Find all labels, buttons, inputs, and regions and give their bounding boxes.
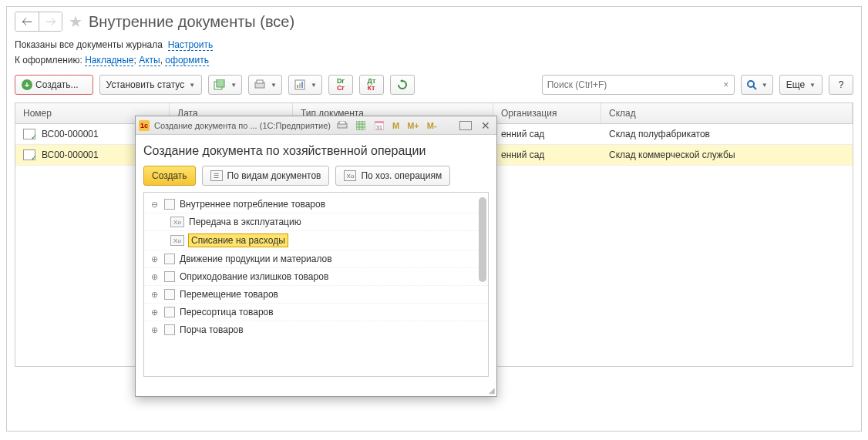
xo-icon: Xo — [344, 170, 356, 181]
document-status-icon — [23, 149, 35, 160]
folder-icon — [164, 199, 175, 210]
svg-rect-18 — [375, 121, 384, 123]
set-status-button[interactable]: Установить статус ▼ — [99, 75, 203, 95]
tree-item[interactable]: ⊕Перемещение товаров — [144, 285, 488, 303]
col-org[interactable]: Организация — [493, 103, 601, 123]
mem-mplus-button[interactable]: M+ — [405, 121, 421, 130]
tree-item[interactable]: XoПередача в эксплуатацию — [144, 213, 488, 230]
cell-number: ВС00-000001 — [42, 149, 99, 160]
titlebar-calendar-icon[interactable]: 31 — [372, 119, 386, 133]
copy-button[interactable]: ▼ — [208, 75, 242, 95]
svg-rect-6 — [299, 83, 301, 88]
drcr-button[interactable]: DrCr — [328, 75, 353, 95]
expand-toggle-icon[interactable]: ⊕ — [149, 272, 160, 282]
print-button[interactable]: ▼ — [248, 75, 282, 95]
search-input-wrap[interactable]: × — [542, 75, 735, 95]
page-title: Внутренние документы (все) — [89, 13, 294, 31]
expand-toggle-icon[interactable]: ⊕ — [149, 254, 160, 264]
tree-item-label: Внутреннее потребление товаров — [180, 199, 325, 210]
cell-warehouse: Склад полуфабрикатов — [601, 124, 853, 144]
report-button[interactable]: ▼ — [288, 75, 322, 95]
by-op-label: По хоз. операциям — [361, 170, 442, 181]
svg-rect-3 — [257, 80, 263, 83]
svg-text:31: 31 — [376, 125, 382, 130]
set-status-label: Установить статус — [106, 79, 185, 90]
svg-rect-5 — [297, 85, 298, 88]
link-oformit[interactable]: оформить — [165, 55, 209, 66]
find-button[interactable]: ▼ — [741, 75, 773, 95]
create-document-dialog: 1c Создание документа по ... (1С:Предпри… — [135, 116, 497, 397]
tree-item[interactable]: ⊕Движение продукции и материалов — [144, 250, 488, 267]
document-status-icon — [23, 129, 35, 139]
tree-item-label: Пересортица товаров — [180, 307, 274, 317]
refresh-button[interactable] — [390, 75, 415, 95]
dialog-resize-handle[interactable]: ◢ — [136, 386, 496, 396]
plus-icon: + — [22, 79, 32, 90]
expand-toggle-icon[interactable]: ⊕ — [149, 307, 160, 317]
expand-toggle-icon[interactable]: ⊖ — [149, 200, 160, 210]
clear-search-button[interactable]: × — [718, 79, 734, 90]
search-input[interactable] — [543, 79, 718, 90]
tree-item[interactable]: XoСписание на расходы — [144, 230, 488, 250]
svg-rect-7 — [301, 82, 303, 88]
tree-item[interactable]: ⊕Оприходование излишков товаров — [144, 267, 488, 285]
link-nakladnye[interactable]: Накладные — [85, 55, 133, 66]
svg-rect-11 — [339, 121, 345, 124]
tree-scrollbar[interactable] — [479, 196, 486, 373]
nav-forward-button[interactable]: 🡢 — [39, 12, 62, 31]
favorite-star-icon[interactable]: ★ — [69, 12, 82, 31]
by-doc-types-button[interactable]: ☰ По видам документов — [202, 166, 330, 186]
dialog-create-button[interactable]: Создать — [143, 166, 196, 186]
by-doc-label: По видам документов — [227, 170, 321, 181]
tree-item[interactable]: ⊕Порча товаров — [144, 321, 488, 338]
tree-item[interactable]: ⊖Внутреннее потребление товаров — [144, 196, 488, 213]
nav-back-button[interactable]: 🡠 — [15, 12, 39, 31]
chevron-down-icon: ▼ — [311, 82, 317, 89]
more-label: Еще — [786, 79, 805, 90]
shown-text: Показаны все документы журнала — [15, 39, 163, 50]
more-button[interactable]: Еще ▼ — [779, 75, 823, 95]
expand-toggle-icon[interactable]: ⊕ — [149, 290, 160, 300]
mem-mminus-button[interactable]: M- — [426, 121, 439, 130]
dialog-titlebar[interactable]: 1c Создание документа по ... (1С:Предпри… — [136, 116, 496, 135]
titlebar-print-icon[interactable] — [335, 119, 349, 133]
svg-rect-12 — [356, 121, 365, 130]
expand-toggle-icon[interactable]: ⊕ — [149, 325, 160, 335]
create-button[interactable]: + Создать... — [15, 75, 93, 95]
chevron-down-icon: ▼ — [809, 82, 816, 89]
app-1c-icon: 1c — [139, 120, 150, 131]
tree-item-label: Порча товаров — [180, 324, 244, 335]
svg-rect-1 — [217, 79, 224, 87]
window-restore-button[interactable] — [459, 121, 472, 130]
svg-point-8 — [748, 81, 754, 87]
configure-link[interactable]: Настроить — [168, 39, 214, 51]
folder-icon — [164, 324, 175, 335]
svg-line-9 — [753, 86, 756, 89]
document-icon: ☰ — [210, 170, 223, 181]
xo-icon: Xo — [170, 217, 184, 227]
mem-m-button[interactable]: M — [391, 121, 401, 130]
operation-tree[interactable]: ⊖Внутреннее потребление товаровXoПередач… — [144, 193, 488, 376]
folder-icon — [164, 289, 175, 300]
dtkt-button[interactable]: ДтКт — [359, 75, 384, 95]
titlebar-grid-icon[interactable] — [354, 119, 368, 133]
chevron-down-icon: ▼ — [189, 82, 195, 89]
tree-item[interactable]: ⊕Пересортица товаров — [144, 303, 488, 321]
tree-item-label: Перемещение товаров — [180, 289, 278, 300]
link-akty[interactable]: Акты — [139, 55, 160, 66]
tree-item-label: Оприходование излишков товаров — [180, 271, 328, 282]
by-operations-button[interactable]: Xo По хоз. операциям — [335, 166, 450, 186]
cell-org: енний сад — [493, 145, 601, 165]
tree-item-label: Передача в эксплуатацию — [189, 217, 301, 227]
col-warehouse[interactable]: Склад — [601, 103, 853, 123]
folder-icon — [164, 307, 175, 317]
todo-prefix: К оформлению: — [15, 55, 82, 65]
xo-icon: Xo — [170, 235, 184, 246]
cell-org: енний сад — [493, 124, 601, 144]
folder-icon — [164, 254, 175, 264]
chevron-down-icon: ▼ — [762, 82, 768, 89]
cell-number: ВС00-000001 — [42, 129, 99, 139]
window-close-button[interactable]: ✕ — [478, 119, 493, 132]
help-button[interactable]: ? — [829, 75, 853, 95]
tree-item-label: Списание на расходы — [189, 234, 288, 247]
